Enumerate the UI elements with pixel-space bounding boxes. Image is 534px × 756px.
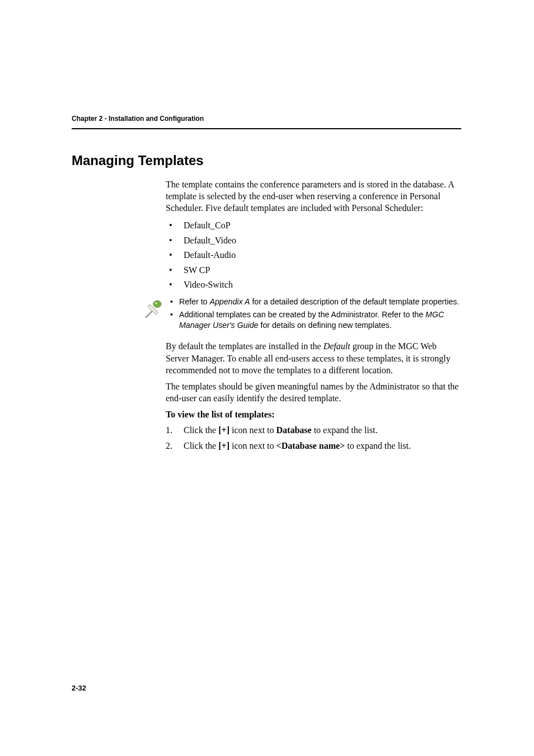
note-pushpin-icon — [141, 298, 165, 321]
step-number: 2. — [166, 439, 172, 452]
svg-point-0 — [153, 301, 161, 308]
header-rule — [72, 128, 461, 129]
note-list: Refer to Appendix A for a detailed descr… — [169, 297, 461, 332]
note-text: Refer to — [179, 297, 209, 306]
list-item: SW CP — [166, 263, 461, 278]
step-number: 1. — [166, 424, 172, 436]
template-list: Default_CoP Default_Video Default-Audio … — [166, 218, 461, 292]
document-page: Chapter 2 - Installation and Configurati… — [0, 0, 534, 756]
svg-point-1 — [155, 302, 157, 304]
chapter-header: Chapter 2 - Installation and Configurati… — [72, 115, 461, 123]
text-bold: [+] — [218, 425, 229, 435]
text-run: icon next to — [229, 441, 277, 450]
text-run: to expand the list. — [312, 425, 378, 435]
note-text: for a detailed description of the defaul… — [250, 297, 459, 306]
text-bold: <Database name> — [277, 441, 345, 450]
paragraph: By default the templates are installed i… — [166, 340, 461, 375]
list-item: Default-Audio — [166, 248, 461, 262]
text-run: icon next to — [229, 425, 277, 435]
text-run: to expand the list. — [345, 441, 411, 450]
page-number: 2-32 — [72, 684, 86, 692]
step-item: 2. Click the [+] icon next to <Database … — [166, 439, 461, 454]
body-content: By default the templates are installed i… — [166, 340, 461, 454]
paragraph: The templates should be given meaningful… — [166, 381, 461, 404]
text-bold: [+] — [218, 441, 229, 450]
text-run: Click the — [184, 425, 218, 435]
note-item: Additional templates can be created by t… — [169, 309, 461, 332]
note-block: Refer to Appendix A for a detailed descr… — [141, 297, 461, 332]
body-content: The template contains the conference par… — [166, 179, 461, 292]
step-item: 1. Click the [+] icon next to Database t… — [166, 423, 461, 439]
steps-list: 1. Click the [+] icon next to Database t… — [166, 423, 461, 454]
list-item: Default_Video — [166, 233, 461, 248]
note-text: Additional templates can be created by t… — [179, 310, 425, 319]
intro-paragraph: The template contains the conference par… — [166, 179, 461, 214]
list-item: Video-Switch — [166, 278, 461, 292]
note-item: Refer to Appendix A for a detailed descr… — [169, 297, 461, 309]
steps-title: To view the list of templates: — [166, 410, 461, 420]
note-text: for details on defining new templates. — [259, 321, 392, 330]
section-title: Managing Templates — [72, 153, 461, 168]
note-italic: Appendix A — [209, 297, 250, 306]
text-bold: Database — [277, 425, 312, 435]
text-italic: Default — [324, 341, 350, 351]
text-run: Click the — [184, 441, 218, 450]
text-run: By default the templates are installed i… — [166, 341, 324, 351]
list-item: Default_CoP — [166, 218, 461, 233]
